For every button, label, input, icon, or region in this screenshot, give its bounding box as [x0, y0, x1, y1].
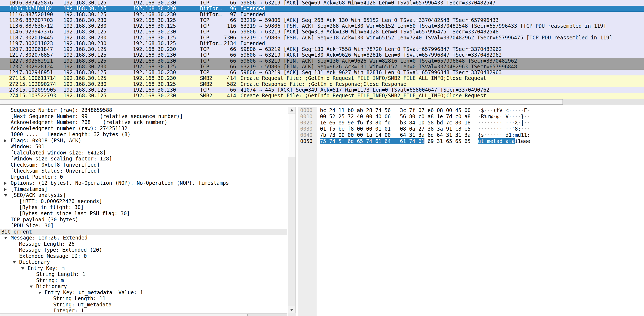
detail-tree-row[interactable]: Dictionary [0, 259, 288, 265]
detail-tree-row[interactable]: TCP payload (30 bytes) [0, 217, 288, 223]
cell-length: 66 [203, 87, 236, 93]
packet-row[interactable]: 1096.887425876192.168.30.125192.168.30.2… [0, 0, 644, 6]
detail-tree-row[interactable]: String: m [0, 277, 288, 284]
detail-tree-row[interactable]: String Length: 1 [0, 271, 288, 277]
detail-tree-row[interactable]: [Bytes in flight: 30] [0, 204, 288, 211]
cell-length: 582 [203, 81, 236, 87]
detail-tree-row[interactable]: [PDU Size: 30] [0, 223, 288, 229]
packet-row[interactable]: 27315.102099905192.168.30.125192.168.30.… [0, 87, 644, 93]
scroll-down-button[interactable] [288, 306, 295, 313]
detail-tree-row[interactable]: Sequence Number (raw): 2348659588 [0, 107, 288, 113]
cell-packet-number: 274 [0, 93, 18, 99]
detail-tree-row[interactable]: Urgent Pointer: 0 [0, 174, 288, 180]
expand-arrow-icon[interactable] [4, 188, 6, 191]
cell-length: 414 [203, 75, 236, 81]
cell-destination: 192.168.30.230 [133, 93, 199, 99]
packet-row[interactable]: 27115.100611714192.168.30.125192.168.30.… [0, 75, 644, 81]
packet-row[interactable]: 1136.887636712192.168.30.230192.168.30.1… [0, 23, 644, 29]
detail-tree-row[interactable]: String: ut_metadata [0, 302, 288, 308]
detail-tree-row[interactable]: [Calculated window size: 64128] [0, 150, 288, 156]
packet-row[interactable]: 1237.302928124192.168.30.230192.168.30.1… [0, 64, 644, 70]
detail-tree-row[interactable]: Acknowledgment Number: 268 (relative ack… [0, 119, 288, 125]
detail-tree-row[interactable]: BitTorrent [0, 229, 288, 235]
detail-tree-row[interactable]: Flags: 0x018 (PSH, ACK) [0, 138, 288, 144]
packet-row[interactable]: 1227.302582921192.168.30.125192.168.30.2… [0, 58, 644, 64]
detail-tree-row[interactable]: Message Type: Extended (20) [0, 247, 288, 253]
packet-row[interactable]: 1197.302011023192.168.30.230192.168.30.1… [0, 41, 644, 47]
packet-row[interactable]: 1126.887607703192.168.30.230192.168.30.1… [0, 18, 644, 23]
detail-tree-row[interactable]: String Length: 11 [0, 295, 288, 302]
packet-row[interactable]: 27415.103522793192.168.30.125192.168.30.… [0, 93, 644, 99]
packet-list-horizontal-scrollbar[interactable] [0, 99, 644, 105]
hex-bytes[interactable]: 7b 73 00 00 00 1a 14 00 64 31 3a 6d 64 3… [320, 132, 470, 138]
packet-row[interactable]: 1116.887520190192.168.30.125192.168.30.2… [0, 12, 644, 18]
detail-tree-row[interactable]: [Checksum Status: Unverified] [0, 168, 288, 174]
hex-ascii[interactable]: {s······ d1:md11: [478, 132, 530, 138]
detail-tree-row[interactable]: Checksum: 0xbef8 [unverified] [0, 162, 288, 168]
detail-tree-row[interactable]: 1000 .... = Header Length: 32 bytes (8) [0, 131, 288, 138]
details-horizontal-scrollbar[interactable] [0, 313, 288, 316]
hex-ascii[interactable]: ········ ··'8:··· [478, 126, 530, 132]
hex-ascii-selected[interactable]: ut_metad ata [478, 138, 515, 144]
detail-field-text: Checksum: 0xbef8 [unverified] [11, 162, 100, 168]
packet-row[interactable]: 1217.302076857192.168.30.125192.168.30.2… [0, 52, 644, 58]
details-hscroll-thumb[interactable] [0, 314, 248, 316]
hex-bytes-selected[interactable]: 75 74 5f 6d 65 74 61 64 61 74 61 [320, 138, 424, 144]
hex-bytes-rest[interactable]: 69 31 65 65 65 [424, 138, 470, 144]
scroll-up-button[interactable] [288, 107, 295, 114]
details-vscroll-thumb[interactable] [288, 114, 295, 157]
hex-ascii[interactable]: ut_metad atai1eee [478, 138, 530, 144]
detail-tree-row[interactable]: Dictionary [0, 283, 288, 289]
cell-source: 192.168.30.230 [64, 41, 129, 47]
collapse-arrow-icon[interactable] [13, 261, 16, 264]
detail-tree-row[interactable]: [SEQ/ACK analysis] [0, 192, 288, 198]
detail-tree-row[interactable]: Acknowledgment number (raw): 274251132 [0, 125, 288, 132]
detail-field-text: Flags: 0x018 (PSH, ACK) [11, 138, 81, 144]
hex-ascii-rest[interactable]: i1eee [515, 138, 530, 144]
packet-row[interactable]: 1207.302061847192.168.30.125192.168.30.2… [0, 47, 644, 52]
hex-bytes[interactable]: bc 24 11 b0 ab 28 74 56 3c 7f 07 e6 08 0… [320, 107, 470, 114]
packet-row[interactable]: 1247.302948951192.168.30.125192.168.30.2… [0, 70, 644, 75]
cell-length: 66 [203, 18, 236, 23]
detail-tree-row[interactable]: [Timestamps] [0, 186, 288, 192]
detail-tree-row[interactable]: Options: (12 bytes), No-Operation (NOP),… [0, 180, 288, 186]
cell-time: 7.302076857 [19, 52, 52, 58]
hex-bytes[interactable]: 01 f5 be f8 00 00 01 01 08 0a 27 38 3a 9… [320, 126, 470, 132]
detail-tree-row[interactable]: [Next Sequence Number: 99 (relative sequ… [0, 113, 288, 119]
packet-list-hscroll-thumb[interactable] [0, 99, 563, 105]
detail-tree-row[interactable]: Window: 501 [0, 144, 288, 150]
detail-tree-row[interactable]: Entry Key: m [0, 265, 288, 271]
detail-field-text: Extended Message ID: 0 [19, 253, 87, 259]
detail-field-text: TCP payload (30 bytes) [11, 217, 78, 223]
detail-tree-row[interactable]: Extended Message ID: 0 [0, 253, 288, 259]
detail-field-text: [Checksum Status: Unverified] [11, 168, 100, 174]
collapse-arrow-icon[interactable] [4, 237, 7, 239]
detail-tree-row[interactable]: Integer: 1 [0, 308, 288, 313]
packet-row[interactable]: 1187.302010445192.168.30.230192.168.30.1… [0, 35, 644, 41]
detail-tree-row[interactable]: [iRTT: 0.000622426 seconds] [0, 198, 288, 205]
collapse-arrow-icon[interactable] [4, 194, 7, 197]
packet-row[interactable]: 1106.887463184192.168.30.125192.168.30.2… [0, 6, 644, 12]
hex-ascii[interactable]: ········ ···X·|·· [478, 120, 530, 126]
hex-bytes[interactable]: 00 52 25 72 40 00 40 06 56 80 c0 a8 1e 7… [320, 114, 470, 120]
cell-packet-number: 272 [0, 81, 18, 87]
hex-bytes[interactable]: 1e e6 e9 9e f6 f3 8b fd b3 84 10 58 bd 7… [320, 120, 470, 126]
collapse-arrow-icon[interactable] [21, 267, 24, 270]
detail-tree-row[interactable]: [Window size scaling factor: 128] [0, 156, 288, 162]
packet-row[interactable]: 1146.929947376192.168.30.125192.168.30.2… [0, 29, 644, 35]
detail-tree-row[interactable]: Entry Key: ut_metadata Value: 1 [0, 289, 288, 296]
hex-ascii[interactable]: ·$···(tV <·····E· [478, 107, 530, 114]
cell-source: 192.168.30.125 [64, 58, 129, 64]
packet-row[interactable]: 27215.102090274192.168.30.230192.168.30.… [0, 81, 644, 87]
detail-tree-row[interactable]: Message: Len:26, Extended [0, 235, 288, 241]
details-vertical-scrollbar[interactable] [288, 107, 296, 313]
expand-arrow-icon[interactable] [4, 139, 6, 142]
detail-field-text: Dictionary [19, 259, 50, 265]
collapse-arrow-icon[interactable] [30, 285, 33, 288]
collapse-arrow-icon[interactable] [38, 292, 41, 294]
detail-tree-row[interactable]: [Bytes sent since last PSH flag: 30] [0, 211, 288, 217]
expand-arrow-icon[interactable] [4, 182, 6, 185]
detail-tree-row[interactable]: Message Length: 26 [0, 241, 288, 247]
hex-bytes[interactable]: 75 74 5f 6d 65 74 61 64 61 74 61 69 31 6… [320, 138, 470, 144]
hex-ascii[interactable]: ·R%r@·@· V····}·· [478, 114, 530, 120]
